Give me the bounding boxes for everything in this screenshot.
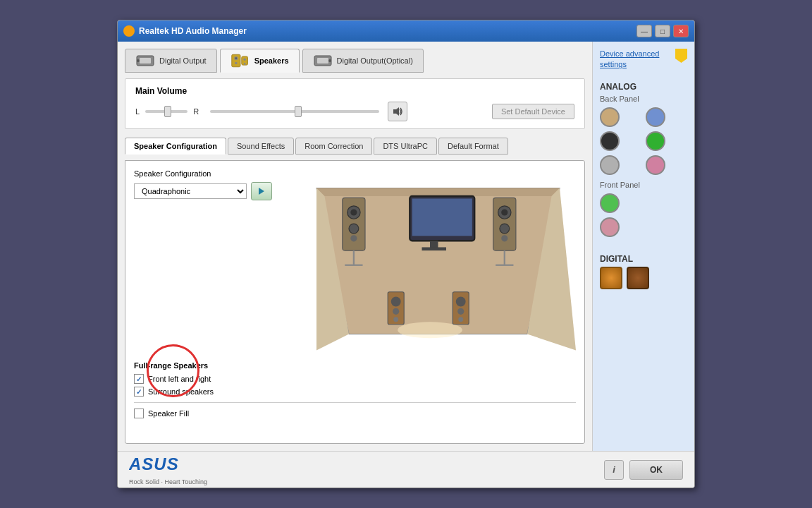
tab-dts-ultrapc[interactable]: DTS UltraPC — [374, 138, 437, 155]
tab-room-correction[interactable]: Room Correction — [295, 138, 372, 155]
back-connector-blue[interactable] — [646, 107, 665, 127]
set-default-button[interactable]: Set Default Device — [492, 104, 574, 119]
config-panel: Speaker Configuration Quadraphonic — [125, 160, 585, 444]
front-connector-green[interactable] — [600, 193, 620, 213]
svg-point-44 — [458, 317, 463, 322]
tab-speakers[interactable]: Speakers — [220, 49, 300, 73]
svg-point-45 — [398, 322, 462, 338]
fullrange-section: Full-range Speakers Front left and right… — [134, 361, 576, 397]
svg-rect-11 — [317, 58, 328, 64]
digital-section: DIGITAL — [600, 254, 687, 289]
svg-point-39 — [393, 308, 399, 315]
speakers-icon — [230, 54, 250, 68]
info-button[interactable]: i — [604, 460, 624, 480]
svg-point-6 — [235, 62, 238, 65]
speaker-config-dropdown[interactable]: Quadraphonic — [134, 183, 247, 199]
back-connector-black[interactable] — [600, 131, 620, 151]
front-panel-connectors — [600, 193, 687, 237]
balance-slider[interactable] — [145, 110, 187, 113]
asus-svg-logo: ASUS — [129, 454, 178, 474]
volume-title: Main Volume — [135, 86, 574, 96]
tab-speaker-configuration[interactable]: Speaker Configuration — [125, 138, 226, 155]
config-left: Speaker Configuration Quadraphonic — [134, 169, 289, 353]
close-button[interactable]: ✕ — [673, 25, 689, 37]
balance-slider-container — [145, 110, 187, 113]
balance-slider-thumb[interactable] — [164, 106, 171, 117]
front-panel-label: Front Panel — [600, 181, 687, 189]
config-top: Speaker Configuration Quadraphonic — [134, 169, 576, 353]
right-panel: Device advanced settings ANALOG Back Pan… — [592, 42, 694, 451]
surround-label: Surround speakers — [148, 387, 214, 396]
volume-section: Main Volume L R — [125, 78, 585, 129]
front-connector-pink[interactable] — [600, 217, 620, 237]
window-controls: — □ ✕ — [636, 25, 689, 37]
analog-title: ANALOG — [600, 82, 687, 92]
back-connector-silver[interactable] — [600, 155, 620, 175]
device-tabs: Digital Output Spea — [125, 49, 585, 73]
svg-point-27 — [350, 235, 357, 241]
svg-point-9 — [243, 63, 245, 65]
digital-output-icon — [135, 54, 155, 68]
tab-digital-output-optical[interactable]: Digital Output(Optical) — [302, 49, 424, 73]
asus-tagline: Rock Solid · Heart Touching — [129, 478, 207, 485]
minimize-button[interactable]: — — [636, 25, 652, 37]
ok-button[interactable]: OK — [629, 460, 683, 480]
digital-title: DIGITAL — [600, 254, 687, 264]
speaker-fill-label: Speaker Fill — [148, 409, 189, 418]
svg-marker-13 — [393, 107, 399, 116]
svg-point-5 — [235, 57, 237, 59]
sub-tabs: Speaker Configuration Sound Effects Room… — [125, 138, 585, 155]
surround-checkbox[interactable] — [134, 387, 144, 397]
digital-output-optical-label: Digital Output(Optical) — [337, 56, 413, 65]
maximize-button[interactable]: □ — [655, 25, 670, 37]
svg-point-32 — [501, 209, 508, 215]
svg-point-26 — [349, 224, 359, 234]
tab-sound-effects[interactable]: Sound Effects — [228, 138, 294, 155]
front-lr-row: Front left and right — [134, 374, 576, 384]
volume-slider-thumb[interactable] — [295, 106, 302, 117]
play-button[interactable] — [251, 182, 272, 200]
speaker-fill-row: Speaker Fill — [134, 409, 576, 418]
title-bar-left: Realtek HD Audio Manager — [123, 25, 247, 37]
svg-text:ASUS: ASUS — [129, 454, 178, 473]
back-connector-tan[interactable] — [600, 107, 620, 127]
volume-row: L R — [135, 102, 574, 121]
back-panel-label: Back Panel — [600, 95, 687, 103]
back-panel-connectors — [600, 107, 687, 175]
svg-point-43 — [457, 308, 464, 315]
bottom-right: i OK — [604, 460, 683, 480]
room-svg — [300, 169, 576, 353]
svg-marker-14 — [259, 188, 264, 195]
speaker-visualization — [300, 169, 576, 353]
tab-digital-output[interactable]: Digital Output — [125, 49, 217, 73]
svg-point-33 — [500, 224, 510, 234]
digital-optical-icon — [313, 54, 333, 68]
device-advanced-link[interactable]: Device advanced settings — [600, 49, 675, 71]
yellow-tag-icon — [675, 49, 687, 63]
digital-connector-orange[interactable] — [600, 267, 622, 289]
front-lr-label: Front left and right — [148, 375, 211, 383]
digital-connectors — [600, 267, 687, 289]
mute-button[interactable] — [388, 102, 407, 121]
fullrange-title: Full-range Speakers — [134, 361, 576, 370]
svg-point-2 — [137, 59, 140, 62]
front-lr-checkbox[interactable] — [134, 374, 144, 384]
bottom-bar: ASUS Rock Solid · Heart Touching i OK — [118, 451, 694, 488]
back-connector-green[interactable] — [646, 131, 665, 151]
window-title: Realtek HD Audio Manager — [139, 26, 247, 36]
digital-connector-brown[interactable] — [627, 267, 649, 289]
speaker-fill-container: Speaker Fill — [134, 409, 576, 418]
svg-point-8 — [243, 59, 246, 61]
svg-point-34 — [501, 235, 508, 241]
svg-point-25 — [350, 209, 357, 215]
speaker-fill-checkbox[interactable] — [134, 409, 144, 418]
dropdown-row: Quadraphonic — [134, 182, 289, 200]
left-channel-label: L — [135, 107, 140, 116]
tab-default-format[interactable]: Default Format — [438, 138, 508, 155]
speakers-label: Speakers — [254, 56, 289, 65]
volume-slider[interactable] — [210, 110, 379, 113]
svg-point-12 — [328, 59, 331, 62]
svg-marker-16 — [316, 188, 560, 197]
back-connector-pink[interactable] — [646, 155, 665, 175]
divider — [134, 402, 576, 403]
